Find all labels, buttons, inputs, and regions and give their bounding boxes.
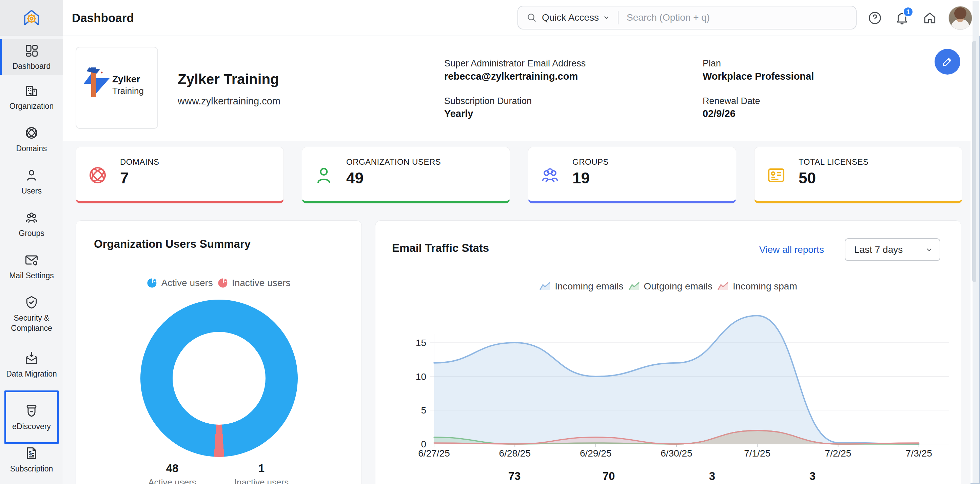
- edit-org-button[interactable]: [935, 49, 960, 75]
- traffic-summary-value: 3: [685, 470, 739, 482]
- renewal-date-value: 02/9/26: [703, 108, 735, 119]
- dashboard-icon: [24, 43, 39, 58]
- license-card-icon: [766, 165, 787, 186]
- svg-text:7/3/25: 7/3/25: [906, 448, 932, 459]
- sidebar-item-label: Security & Compliance: [2, 313, 61, 333]
- sidebar-item-groups[interactable]: Groups: [0, 208, 63, 240]
- legend-label: Outgoing emails: [644, 281, 713, 292]
- sidebar-item-label: Users: [21, 186, 42, 196]
- home-button[interactable]: [922, 10, 938, 26]
- zylker-logo: Zylker Training: [83, 61, 151, 115]
- inactive-users-label: Inactive users: [217, 477, 305, 484]
- users-summary-panel: Organization Users Summary Active users …: [76, 220, 362, 484]
- svg-text:6/27/25: 6/27/25: [418, 448, 450, 459]
- domains-globe-icon: [87, 165, 108, 186]
- notifications-button[interactable]: 1: [894, 10, 910, 26]
- sidebar-item-ediscovery[interactable]: eDiscovery: [5, 390, 59, 444]
- sidebar-item-label: Domains: [16, 143, 47, 154]
- traffic-summary-value: 73: [487, 470, 541, 482]
- stat-card-label: GROUPS: [573, 157, 609, 167]
- date-range-value: Last 7 days: [854, 244, 925, 255]
- date-range-dropdown[interactable]: Last 7 days: [845, 238, 940, 261]
- admin-email-label: Super Administrator Email Address: [444, 58, 585, 69]
- sidebar-item-data-migration[interactable]: Data Migration: [0, 342, 63, 388]
- quick-access-dropdown[interactable]: Quick Access: [542, 12, 599, 23]
- sidebar-item-mail-settings[interactable]: Mail Settings: [0, 250, 63, 282]
- users-summary-legend: Active users Inactive users: [76, 278, 361, 289]
- global-search[interactable]: Quick Access Search (Option + q): [517, 6, 857, 30]
- stat-card-value: 50: [799, 169, 816, 187]
- svg-text:6/29/25: 6/29/25: [580, 448, 611, 459]
- sidebar-item-domains[interactable]: Domains: [0, 123, 63, 156]
- stat-card-groups[interactable]: GROUPS 19: [528, 147, 736, 203]
- legend-label: Active users: [161, 278, 213, 289]
- user-avatar[interactable]: [948, 6, 972, 30]
- app-logo-button[interactable]: [0, 0, 63, 36]
- stat-card-total-licenses[interactable]: TOTAL LICENSES 50: [754, 147, 963, 203]
- donut-hole: [173, 332, 266, 425]
- legend-item-inactive: Inactive users: [218, 278, 291, 289]
- legend-label: Inactive users: [232, 278, 291, 289]
- main-content: Zylker Training Zylker Training www.zylk…: [63, 36, 970, 484]
- page-title: Dashboard: [72, 0, 134, 36]
- sidebar-item-organization[interactable]: Organization: [0, 81, 63, 113]
- trend-icon: [628, 282, 640, 291]
- svg-text:6/28/25: 6/28/25: [499, 448, 531, 459]
- legend-item-spam: Incoming spam: [717, 281, 797, 292]
- stat-card-domains[interactable]: DOMAINS 7: [76, 147, 284, 203]
- legend-item-outgoing: Outgoing emails: [628, 281, 713, 292]
- legend-label: Incoming emails: [555, 281, 623, 292]
- org-logo-card: Zylker Training: [76, 47, 158, 129]
- subscription-duration-value: Yearly: [444, 108, 473, 119]
- users-donut-ring: [140, 300, 298, 457]
- stat-card-value: 7: [120, 169, 129, 187]
- mail-settings-icon: [24, 252, 39, 267]
- sidebar-item-users[interactable]: Users: [0, 165, 63, 198]
- search-input[interactable]: Search (Option + q): [627, 12, 710, 23]
- sidebar-item-label: eDiscovery: [12, 421, 51, 432]
- pencil-icon: [941, 56, 953, 68]
- view-all-reports-link[interactable]: View all reports: [759, 244, 824, 255]
- pie-icon: [218, 278, 228, 288]
- sidebar-item-security-compliance[interactable]: Security & Compliance: [0, 291, 63, 337]
- home-icon: [922, 11, 937, 25]
- stat-card-label: ORGANIZATION USERS: [346, 157, 441, 167]
- notification-badge: 1: [903, 6, 913, 17]
- ediscovery-icon: [24, 403, 39, 418]
- shield-check-icon: [24, 295, 39, 310]
- user-icon: [24, 168, 39, 182]
- admin-console-screen: Dashboard Organization Domains Users: [0, 0, 980, 484]
- sidebar-item-label: Dashboard: [13, 61, 51, 71]
- plan-label: Plan: [703, 58, 721, 69]
- legend-item-active: Active users: [147, 278, 213, 289]
- svg-text:7/1/25: 7/1/25: [744, 448, 770, 459]
- sidebar-item-subscription[interactable]: $ Subscription: [0, 443, 63, 476]
- stat-card-value: 19: [573, 169, 590, 187]
- help-button[interactable]: [867, 10, 883, 26]
- scrollbar-thumb[interactable]: [972, 41, 976, 282]
- chevron-down-icon: [925, 246, 933, 254]
- trend-icon: [717, 282, 729, 291]
- email-traffic-panel: Email Traffic Stats View all reports Las…: [375, 220, 961, 484]
- stat-card-organization-users[interactable]: ORGANIZATION USERS 49: [302, 147, 510, 203]
- plan-value: Workplace Professional: [703, 71, 814, 82]
- sidebar-item-dashboard[interactable]: Dashboard: [0, 39, 63, 75]
- organization-icon: [24, 83, 39, 98]
- legend-item-incoming: Incoming emails: [539, 281, 623, 292]
- stat-card-label: TOTAL LICENSES: [799, 157, 869, 167]
- traffic-summary-value: 3: [785, 470, 840, 482]
- sidebar-item-label: Organization: [10, 101, 54, 111]
- svg-text:6/30/25: 6/30/25: [660, 448, 692, 459]
- svg-text:7/2/25: 7/2/25: [825, 448, 851, 459]
- legend-label: Incoming spam: [733, 281, 797, 292]
- svg-text:15: 15: [416, 338, 426, 348]
- svg-text:5: 5: [421, 405, 426, 416]
- subscription-duration-label: Subscription Duration: [444, 96, 532, 106]
- search-icon: [526, 12, 537, 23]
- pie-icon: [147, 278, 157, 288]
- search-divider: [618, 11, 619, 24]
- stat-card-label: DOMAINS: [120, 157, 159, 167]
- svg-text:Zylker: Zylker: [112, 74, 140, 84]
- org-website: www.zylkertraining.com: [178, 95, 280, 107]
- sidebar-item-label: Subscription: [10, 464, 53, 474]
